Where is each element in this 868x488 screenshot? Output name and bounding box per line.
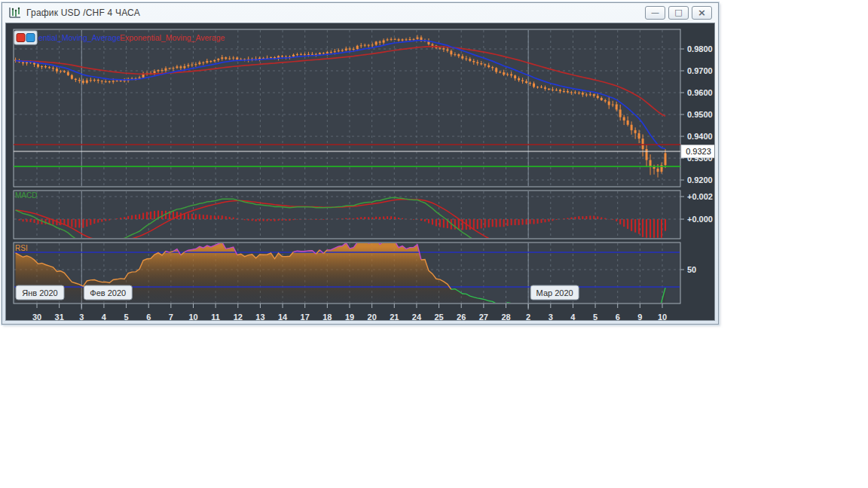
candle-body (108, 81, 111, 82)
candle-body (506, 75, 509, 75)
month-label: Фев 2020 (90, 288, 126, 297)
candle-body (368, 45, 370, 46)
candle-body (379, 41, 381, 42)
candle-body (518, 78, 520, 80)
candle-body (26, 62, 28, 63)
candle-body (179, 66, 182, 68)
window-titlebar[interactable]: График USD /CHF 4 ЧАСА — □ × (2, 3, 718, 23)
candle-body (124, 81, 126, 81)
indicator-button-blue-indicator[interactable] (26, 34, 35, 42)
candle-body (300, 54, 302, 55)
price-tick-label: 0.9400 (687, 132, 713, 141)
candle-body (405, 39, 408, 40)
candle-body (390, 39, 393, 40)
candle-body (101, 81, 103, 81)
candle-body (78, 80, 81, 81)
date-tick-label: 7 (169, 313, 173, 321)
candle-body (262, 58, 264, 59)
candle-body (52, 68, 54, 69)
candle-body (398, 39, 400, 41)
candle-body (221, 57, 223, 59)
chart-window: График USD /CHF 4 ЧАСА — □ × 0.98000.970… (2, 2, 719, 325)
candle-body (292, 55, 295, 57)
date-tick-label: 20 (368, 313, 377, 321)
candle-body (371, 44, 374, 45)
candle-body (469, 59, 471, 61)
candle-body (56, 69, 58, 71)
date-tick-label: 9 (637, 313, 642, 321)
date-tick-label: 18 (322, 313, 332, 321)
candle-body (529, 83, 531, 84)
candle-body (446, 50, 448, 51)
candle-body (514, 75, 516, 78)
date-tick-label: 4 (570, 313, 576, 321)
candle-body (44, 66, 47, 67)
candle-body (228, 59, 231, 59)
candle-body (281, 56, 283, 56)
desktop: График USD /CHF 4 ЧАСА — □ × 0.98000.970… (0, 0, 868, 488)
legend-ema-fast: ential_Moving_Average (38, 33, 121, 42)
price-tick-label: 0.9700 (687, 66, 713, 75)
candle-body (536, 87, 539, 87)
candle-body (116, 81, 118, 81)
date-tick-label: 3 (79, 313, 84, 321)
candle-body (341, 50, 344, 51)
candle-body (194, 64, 197, 65)
candle-body (649, 160, 652, 167)
date-tick-label: 4 (102, 313, 107, 321)
candle-body (544, 87, 546, 89)
candle-body (472, 61, 475, 63)
date-tick-label: 14 (278, 313, 288, 321)
candle-body (413, 39, 415, 40)
restore-button-icon[interactable]: □ (668, 6, 689, 20)
candle-body (495, 68, 497, 72)
candle-body (364, 45, 366, 46)
candle-body (97, 80, 99, 81)
month-label: Мар 2020 (536, 288, 573, 297)
close-button-icon[interactable]: × (692, 6, 712, 20)
date-tick-label: 24 (412, 313, 422, 321)
candle-body (540, 87, 542, 87)
candle-body (665, 153, 667, 165)
candle-body (67, 72, 69, 75)
candle-body (454, 54, 456, 55)
candle-body (90, 80, 92, 81)
candle-body (326, 52, 329, 53)
window-title: График USD /CHF 4 ЧАСА (26, 8, 140, 18)
candle-body (22, 62, 24, 63)
candle-body (402, 39, 404, 40)
candle-body (608, 102, 610, 105)
candle-body (105, 81, 107, 82)
candle-body (619, 109, 622, 117)
minimize-button-icon[interactable]: — (645, 6, 665, 20)
candle-body (209, 61, 212, 62)
candle-body (653, 166, 656, 168)
candle-body (570, 92, 573, 93)
candle-body (582, 93, 584, 94)
candle-body (623, 117, 625, 120)
candle-body (593, 94, 595, 96)
date-tick-label: 10 (188, 313, 197, 321)
candle-body (375, 41, 377, 44)
candle-body (574, 92, 576, 93)
current-price-value: 0.9323 (686, 147, 711, 156)
candle-body (563, 91, 565, 92)
candle-body (165, 69, 167, 71)
candle-body (631, 125, 633, 130)
candle-body (225, 57, 227, 59)
candle-body (191, 65, 193, 66)
panel (14, 191, 680, 239)
indicator-button-red-indicator[interactable] (17, 34, 25, 42)
chart-canvas: 0.98000.97000.96000.95000.94000.93000.92… (6, 23, 715, 321)
price-tick-label: 0.9600 (687, 88, 713, 97)
price-tick-label: 0.9500 (687, 110, 713, 119)
candle-body (616, 105, 618, 110)
candle-body (416, 38, 418, 39)
candle-body (642, 139, 644, 149)
candle-body (356, 46, 359, 49)
candle-body (559, 90, 561, 91)
candle-body (296, 54, 298, 55)
candle-body (41, 66, 43, 67)
candle-body (465, 59, 467, 59)
candle-body (552, 90, 554, 90)
